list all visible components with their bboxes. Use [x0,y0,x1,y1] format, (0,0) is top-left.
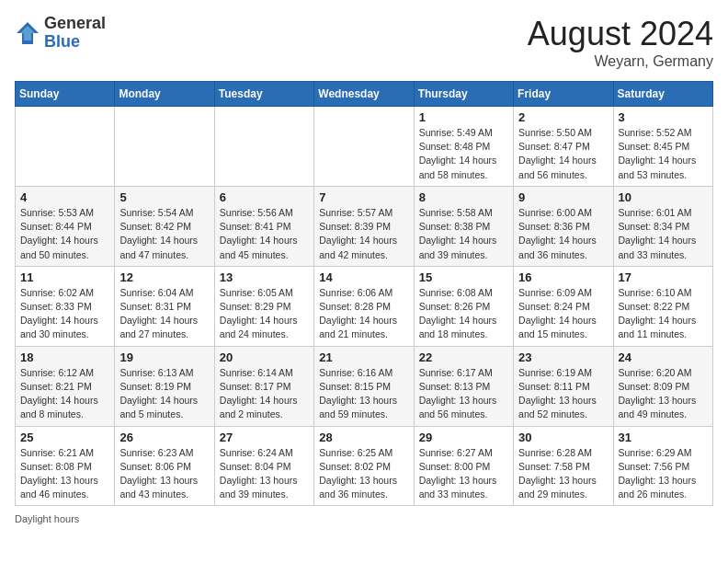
calendar-cell: 14Sunrise: 6:06 AM Sunset: 8:28 PM Dayli… [314,266,414,346]
calendar-location: Weyarn, Germany [528,53,713,70]
day-header-sunday: Sunday [16,82,115,107]
day-info: Sunrise: 6:29 AM Sunset: 7:56 PM Dayligh… [619,446,708,502]
day-number: 2 [518,110,608,124]
calendar-cell: 25Sunrise: 6:21 AM Sunset: 8:08 PM Dayli… [16,426,115,506]
day-number: 20 [220,350,309,364]
calendar-cell: 10Sunrise: 6:01 AM Sunset: 8:34 PM Dayli… [613,186,712,266]
day-info: Sunrise: 6:04 AM Sunset: 8:31 PM Dayligh… [119,286,209,342]
calendar-cell: 12Sunrise: 6:04 AM Sunset: 8:31 PM Dayli… [115,266,214,346]
calendar-cell: 3Sunrise: 5:52 AM Sunset: 8:45 PM Daylig… [613,107,712,187]
calendar-week-3: 11Sunrise: 6:02 AM Sunset: 8:33 PM Dayli… [16,266,713,346]
calendar-week-1: 1Sunrise: 5:49 AM Sunset: 8:48 PM Daylig… [16,107,713,187]
day-number: 29 [419,431,508,444]
calendar-cell: 6Sunrise: 5:56 AM Sunset: 8:41 PM Daylig… [214,186,313,266]
calendar-cell: 18Sunrise: 6:12 AM Sunset: 8:21 PM Dayli… [16,346,115,426]
day-header-thursday: Thursday [414,82,513,107]
calendar-cell: 22Sunrise: 6:17 AM Sunset: 8:13 PM Dayli… [414,346,513,426]
day-info: Sunrise: 6:12 AM Sunset: 8:21 PM Dayligh… [20,366,109,422]
footer-text: Daylight hours [15,513,79,524]
day-number: 18 [20,350,109,364]
logo-general-text: General [44,15,106,33]
calendar-cell [214,107,313,187]
calendar-cell: 30Sunrise: 6:28 AM Sunset: 7:58 PM Dayli… [514,426,613,506]
day-info: Sunrise: 6:24 AM Sunset: 8:04 PM Dayligh… [220,446,309,502]
day-number: 17 [619,270,708,284]
day-number: 12 [119,270,209,284]
calendar-cell: 5Sunrise: 5:54 AM Sunset: 8:42 PM Daylig… [115,186,214,266]
calendar-cell: 28Sunrise: 6:25 AM Sunset: 8:02 PM Dayli… [314,426,414,506]
day-header-saturday: Saturday [613,82,712,107]
day-info: Sunrise: 5:57 AM Sunset: 8:39 PM Dayligh… [319,206,408,262]
day-info: Sunrise: 6:19 AM Sunset: 8:11 PM Dayligh… [518,366,608,422]
day-number: 27 [220,431,309,444]
day-info: Sunrise: 6:01 AM Sunset: 8:34 PM Dayligh… [619,206,708,262]
logo-text: General Blue [44,15,106,52]
day-number: 19 [119,350,209,364]
day-number: 14 [319,270,408,284]
calendar-week-5: 25Sunrise: 6:21 AM Sunset: 8:08 PM Dayli… [16,426,713,506]
day-info: Sunrise: 6:08 AM Sunset: 8:26 PM Dayligh… [419,286,508,342]
footer-note: Daylight hours [15,513,713,524]
day-number: 10 [619,190,708,204]
calendar-cell: 1Sunrise: 5:49 AM Sunset: 8:48 PM Daylig… [414,107,513,187]
day-info: Sunrise: 6:23 AM Sunset: 8:06 PM Dayligh… [119,446,209,502]
calendar-cell: 26Sunrise: 6:23 AM Sunset: 8:06 PM Dayli… [115,426,214,506]
day-info: Sunrise: 6:16 AM Sunset: 8:15 PM Dayligh… [319,366,408,422]
calendar-cell: 24Sunrise: 6:20 AM Sunset: 8:09 PM Dayli… [613,346,712,426]
day-number: 4 [20,190,109,204]
logo-blue-text: Blue [44,33,106,52]
day-number: 25 [20,431,109,444]
calendar-cell [314,107,414,187]
day-number: 28 [319,431,408,444]
day-header-monday: Monday [115,82,214,107]
day-number: 1 [419,110,508,124]
day-info: Sunrise: 6:25 AM Sunset: 8:02 PM Dayligh… [319,446,408,502]
calendar-cell: 17Sunrise: 6:10 AM Sunset: 8:22 PM Dayli… [613,266,712,346]
day-number: 3 [619,110,708,124]
calendar-week-4: 18Sunrise: 6:12 AM Sunset: 8:21 PM Dayli… [16,346,713,426]
day-info: Sunrise: 6:27 AM Sunset: 8:00 PM Dayligh… [419,446,508,502]
day-info: Sunrise: 6:06 AM Sunset: 8:28 PM Dayligh… [319,286,408,342]
calendar-cell: 9Sunrise: 6:00 AM Sunset: 8:36 PM Daylig… [514,186,613,266]
day-info: Sunrise: 5:56 AM Sunset: 8:41 PM Dayligh… [220,206,309,262]
title-block: August 2024 Weyarn, Germany [528,15,713,70]
day-number: 7 [319,190,408,204]
day-info: Sunrise: 6:05 AM Sunset: 8:29 PM Dayligh… [220,286,309,342]
calendar-cell: 20Sunrise: 6:14 AM Sunset: 8:17 PM Dayli… [214,346,313,426]
calendar-cell: 4Sunrise: 5:53 AM Sunset: 8:44 PM Daylig… [16,186,115,266]
day-number: 23 [518,350,608,364]
day-number: 11 [20,270,109,284]
calendar-title: August 2024 [528,15,713,53]
day-info: Sunrise: 6:20 AM Sunset: 8:09 PM Dayligh… [619,366,708,422]
calendar-cell: 29Sunrise: 6:27 AM Sunset: 8:00 PM Dayli… [414,426,513,506]
calendar-cell: 27Sunrise: 6:24 AM Sunset: 8:04 PM Dayli… [214,426,313,506]
day-info: Sunrise: 6:02 AM Sunset: 8:33 PM Dayligh… [20,286,109,342]
day-info: Sunrise: 6:28 AM Sunset: 7:58 PM Dayligh… [518,446,608,502]
day-number: 5 [119,190,209,204]
calendar-cell: 31Sunrise: 6:29 AM Sunset: 7:56 PM Dayli… [613,426,712,506]
calendar-cell [16,107,115,187]
day-info: Sunrise: 5:49 AM Sunset: 8:48 PM Dayligh… [419,126,508,182]
day-info: Sunrise: 6:17 AM Sunset: 8:13 PM Dayligh… [419,366,508,422]
day-info: Sunrise: 5:53 AM Sunset: 8:44 PM Dayligh… [20,206,109,262]
day-info: Sunrise: 6:10 AM Sunset: 8:22 PM Dayligh… [619,286,708,342]
day-number: 30 [518,431,608,444]
day-number: 31 [619,431,708,444]
logo-icon [15,20,40,46]
day-number: 13 [220,270,309,284]
calendar-cell: 15Sunrise: 6:08 AM Sunset: 8:26 PM Dayli… [414,266,513,346]
calendar-cell: 11Sunrise: 6:02 AM Sunset: 8:33 PM Dayli… [16,266,115,346]
calendar-cell [115,107,214,187]
day-info: Sunrise: 6:00 AM Sunset: 8:36 PM Dayligh… [518,206,608,262]
day-number: 9 [518,190,608,204]
day-number: 16 [518,270,608,284]
calendar-cell: 19Sunrise: 6:13 AM Sunset: 8:19 PM Dayli… [115,346,214,426]
day-number: 6 [220,190,309,204]
day-number: 24 [619,350,708,364]
calendar-cell: 23Sunrise: 6:19 AM Sunset: 8:11 PM Dayli… [514,346,613,426]
calendar-cell: 8Sunrise: 5:58 AM Sunset: 8:38 PM Daylig… [414,186,513,266]
logo: General Blue [15,15,106,52]
calendar-cell: 7Sunrise: 5:57 AM Sunset: 8:39 PM Daylig… [314,186,414,266]
day-header-wednesday: Wednesday [314,82,414,107]
day-header-friday: Friday [514,82,613,107]
